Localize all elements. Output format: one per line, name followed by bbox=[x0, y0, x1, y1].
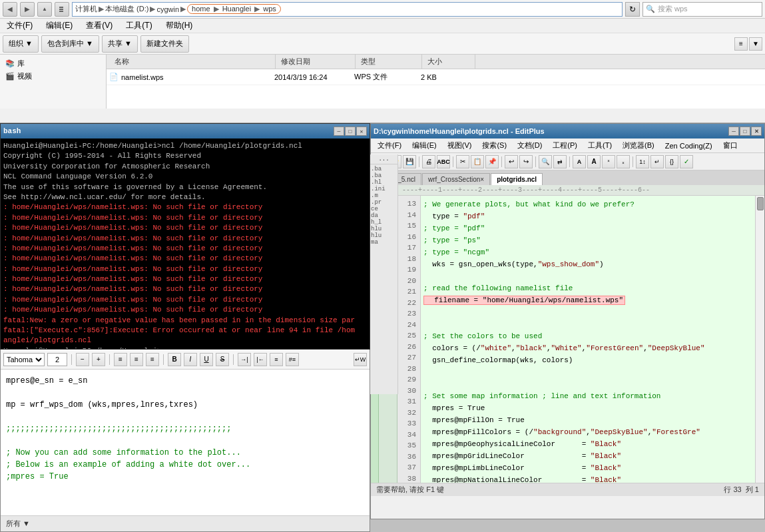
share-button[interactable]: 共享 ▼ bbox=[102, 35, 138, 53]
superscript-icon[interactable]: ˣ bbox=[602, 155, 615, 168]
font-size-a2-icon[interactable]: A bbox=[587, 155, 601, 168]
cut-icon[interactable]: ✂ bbox=[456, 155, 469, 168]
forward-button[interactable]: ▶ bbox=[20, 2, 35, 17]
tree-item-3[interactable]: .hl bbox=[371, 179, 397, 186]
list-view-icon[interactable]: ≡ bbox=[734, 37, 748, 51]
col-header-date[interactable]: 修改日期 bbox=[276, 55, 356, 69]
subscript-icon[interactable]: ₓ bbox=[617, 155, 630, 168]
tree-item-12[interactable]: ma bbox=[371, 239, 397, 246]
editor-maximize-button[interactable]: □ bbox=[740, 127, 750, 136]
copy-icon[interactable]: 📋 bbox=[471, 155, 484, 168]
redo-icon[interactable]: ↪ bbox=[519, 155, 533, 168]
font-size-a-icon[interactable]: A bbox=[573, 155, 586, 168]
editor-menu-file[interactable]: 文件(F) bbox=[374, 139, 405, 152]
editor-scrollbar[interactable] bbox=[755, 196, 764, 483]
terminal-minimize-button[interactable]: ─ bbox=[334, 127, 344, 136]
editor-close-button[interactable]: ✕ bbox=[751, 127, 762, 136]
check-icon[interactable]: ✓ bbox=[680, 155, 693, 168]
align-center-icon[interactable]: ≡ bbox=[130, 353, 143, 366]
tree-item-10[interactable]: hlu bbox=[371, 226, 397, 232]
list-icon[interactable]: ≡ bbox=[270, 353, 283, 366]
save-file-icon[interactable]: 💾 bbox=[403, 155, 416, 168]
tree-item-4[interactable]: .ini bbox=[371, 186, 397, 192]
tree-item-6[interactable]: .pr bbox=[371, 199, 397, 206]
print-icon[interactable]: 🖨 bbox=[422, 155, 435, 168]
be-plus-button[interactable]: + bbox=[92, 353, 105, 366]
tree-item-1[interactable]: .ba bbox=[371, 166, 397, 172]
be-minus-button[interactable]: − bbox=[76, 353, 89, 366]
scrollbar-thumb[interactable] bbox=[757, 197, 764, 210]
file-row[interactable]: 📄 namelist.wps 2014/3/19 16:24 WPS 文件 2 … bbox=[107, 69, 765, 85]
menu-file[interactable]: 文件(F) bbox=[3, 19, 37, 33]
be-footer-dropdown[interactable]: 所有 ▼ bbox=[6, 519, 30, 529]
line-num-icon[interactable]: 1↕ bbox=[636, 155, 649, 168]
view-dropdown[interactable]: ▼ bbox=[749, 37, 762, 51]
code-area[interactable]: ; We generate plots, but what kind do we… bbox=[421, 196, 755, 483]
tree-item-9[interactable]: h_l bbox=[371, 219, 397, 226]
editor-menu-project[interactable]: 工程(P) bbox=[549, 139, 581, 152]
tab-wrf-cross[interactable]: wrf_CrossSection× bbox=[422, 173, 490, 185]
tab-plotgrids[interactable]: plotgrids.ncl bbox=[491, 173, 543, 185]
ordered-list-icon[interactable]: #≡ bbox=[286, 353, 299, 366]
sidebar-item-library[interactable]: 📚 库 bbox=[3, 57, 103, 70]
align-left-icon[interactable]: ≡ bbox=[114, 353, 127, 366]
font-selector[interactable]: Tahoma bbox=[3, 353, 45, 366]
col-header-name[interactable]: 名称 bbox=[109, 55, 276, 69]
editor-menu-zen[interactable]: Zen Coding(Z) bbox=[661, 140, 716, 151]
menu-view[interactable]: 查看(V) bbox=[82, 19, 117, 33]
replace-icon[interactable]: ⇄ bbox=[553, 155, 567, 168]
indent-icon[interactable]: →| bbox=[238, 353, 251, 366]
editor-menu-tools[interactable]: 工具(T) bbox=[584, 139, 616, 152]
editor-menu-doc[interactable]: 文档(D) bbox=[513, 139, 546, 152]
tree-item-2[interactable]: .ba bbox=[371, 172, 397, 179]
editor-menu-window[interactable]: 窗口 bbox=[719, 139, 742, 152]
sidebar-item-video[interactable]: 🎬 视频 bbox=[3, 70, 103, 83]
line-number: 38 bbox=[399, 473, 419, 483]
editor-menu-browser[interactable]: 浏览器(B) bbox=[619, 139, 658, 152]
font-size-input[interactable] bbox=[47, 353, 67, 366]
back-button[interactable]: ◀ bbox=[3, 2, 17, 17]
undo-icon[interactable]: ↩ bbox=[505, 155, 518, 168]
address-path[interactable]: 计算机 ▶ 本地磁盘 (D:) ▶ cygwin ▶ home ▶ Huangl… bbox=[72, 2, 623, 17]
organize-button[interactable]: 组织 ▼ bbox=[3, 35, 39, 53]
bottom-editor-content[interactable]: mpres@e_sn = e_snmp = wrf_wps_dom (wks,m… bbox=[1, 370, 370, 515]
find-icon[interactable]: 🔍 bbox=[539, 155, 552, 168]
editor-menu-view[interactable]: 视图(V) bbox=[443, 139, 476, 152]
paste-icon[interactable]: 📌 bbox=[485, 155, 499, 168]
editor-menu-edit[interactable]: 编辑(E) bbox=[408, 139, 441, 152]
tree-item-5[interactable]: .m bbox=[371, 192, 397, 199]
menu-help[interactable]: 帮助(H) bbox=[162, 19, 197, 33]
italic-button[interactable]: I bbox=[184, 353, 197, 366]
terminal-maximize-button[interactable]: □ bbox=[345, 127, 356, 136]
terminal-close-button[interactable]: ✕ bbox=[356, 127, 367, 136]
search-bar[interactable]: 🔍 搜索 wps bbox=[642, 2, 762, 17]
add-to-library-button[interactable]: 包含到库中 ▼ bbox=[41, 35, 99, 53]
wrap-text-icon[interactable]: ↵W bbox=[354, 353, 367, 366]
tree-item-11[interactable]: hlu bbox=[371, 232, 397, 239]
align-right-icon[interactable]: ≡ bbox=[146, 353, 159, 366]
terminal-body[interactable]: Huanglei@Huanglei-PC:/home/Huanglei>ncl … bbox=[1, 138, 370, 349]
recent-button[interactable] bbox=[55, 2, 69, 17]
bold-button[interactable]: B bbox=[168, 353, 181, 366]
menu-edit[interactable]: 编辑(E) bbox=[42, 19, 77, 33]
new-folder-button[interactable]: 新建文件夹 bbox=[140, 35, 189, 53]
view-options[interactable]: ≡ ▼ bbox=[734, 37, 762, 51]
editor-menu-search[interactable]: 搜索(S) bbox=[478, 139, 511, 152]
refresh-button[interactable]: ↻ bbox=[625, 2, 640, 17]
menu-tools[interactable]: 工具(T) bbox=[122, 19, 156, 33]
file-tree-items[interactable]: .ba .ba .hl .ini .m .pr ce da h_l hlu hl… bbox=[370, 164, 397, 247]
spell-icon[interactable]: ABC bbox=[437, 155, 450, 168]
wrap-icon[interactable]: ↵ bbox=[650, 155, 664, 168]
path-computer: 计算机 bbox=[75, 4, 97, 14]
underline-button[interactable]: U bbox=[200, 353, 213, 366]
strikethrough-button[interactable]: S bbox=[216, 353, 229, 366]
col-header-type[interactable]: 类型 bbox=[356, 55, 422, 69]
col-header-size[interactable]: 大小 bbox=[422, 55, 475, 69]
outdent-icon[interactable]: |← bbox=[254, 353, 267, 366]
tree-item-7[interactable]: ce bbox=[371, 206, 397, 212]
up-button[interactable]: ▲ bbox=[37, 2, 52, 17]
editor-minimize-button[interactable]: ─ bbox=[728, 127, 739, 136]
format-icon[interactable]: {} bbox=[665, 155, 678, 168]
tree-item-8[interactable]: da bbox=[371, 212, 397, 219]
line-number: 19 bbox=[399, 264, 419, 276]
